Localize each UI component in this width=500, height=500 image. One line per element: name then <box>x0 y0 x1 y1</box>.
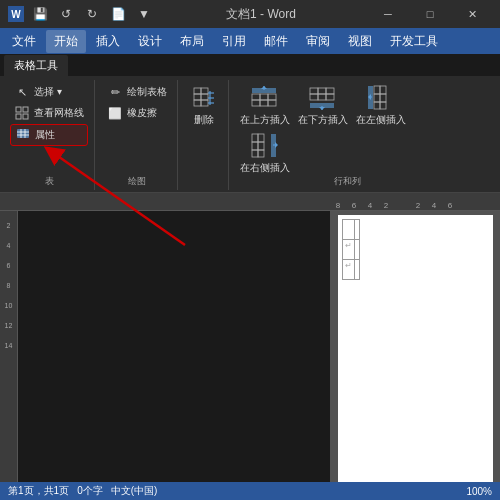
insert-above-button[interactable]: 在上方插入 <box>237 82 293 128</box>
document-panel: ↵ ↵ 视频提供了功能强大的方法帮助您证明您的观点。当您单击联机视频时，可以在想… <box>330 211 500 500</box>
ruler-mark-6: 6 <box>346 201 362 210</box>
draw-commands-col: ✏ 绘制表格 ⬜ 橡皮擦 <box>103 82 171 123</box>
select-button[interactable]: ↖ 选择 ▾ <box>10 82 88 102</box>
svg-rect-9 <box>194 88 201 94</box>
svg-rect-29 <box>318 88 326 94</box>
ruler-mark-4: 4 <box>362 201 378 210</box>
svg-rect-2 <box>16 114 21 119</box>
word-app-icon: W <box>8 6 24 22</box>
insert-right-icon <box>251 132 279 160</box>
view-gridlines-button[interactable]: 查看网格线 <box>10 103 88 123</box>
insert-above-label: 在上方插入 <box>240 114 290 126</box>
left-panel: 2 4 6 8 10 12 14 <box>0 211 330 500</box>
quick-access-icon: 📄 <box>108 4 128 24</box>
save-button[interactable]: 💾 <box>30 4 50 24</box>
menu-design[interactable]: 设计 <box>130 30 170 53</box>
maximize-button[interactable]: □ <box>410 0 450 28</box>
svg-rect-12 <box>201 94 208 100</box>
delete-icon <box>190 84 218 112</box>
insert-right-label: 在右侧插入 <box>240 162 290 174</box>
ruler-mark-4r: 4 <box>426 201 442 210</box>
menu-review[interactable]: 审阅 <box>298 30 338 53</box>
properties-label: 属性 <box>35 128 55 142</box>
insert-below-button[interactable]: 在下方插入 <box>295 82 351 128</box>
menu-developer[interactable]: 开发工具 <box>382 30 446 53</box>
ribbon: 表格工具 ↖ 选择 ▾ <box>0 54 500 193</box>
delete-button[interactable]: 删除 <box>186 82 222 128</box>
menu-insert[interactable]: 插入 <box>88 30 128 53</box>
menu-mail[interactable]: 邮件 <box>256 30 296 53</box>
table-cell-r3c2 <box>354 260 359 280</box>
svg-rect-50 <box>252 150 258 157</box>
customize-qat-button[interactable]: ▼ <box>134 4 154 24</box>
window-controls: ─ □ ✕ <box>368 0 492 28</box>
svg-rect-20 <box>260 94 268 100</box>
insert-left-button[interactable]: 在左侧插入 <box>353 82 409 128</box>
svg-rect-28 <box>310 88 318 94</box>
tab-table-tools[interactable]: 表格工具 <box>4 55 68 76</box>
svg-rect-46 <box>252 134 258 142</box>
insert-above-icon <box>251 84 279 112</box>
redo-button[interactable]: ↻ <box>82 4 102 24</box>
menu-reference[interactable]: 引用 <box>214 30 254 53</box>
menu-layout[interactable]: 布局 <box>172 30 212 53</box>
insert-left-label: 在左侧插入 <box>356 114 406 126</box>
table-cell-r2c1: ↵ <box>342 240 354 260</box>
table-row: ↵ <box>342 240 359 260</box>
menu-view[interactable]: 视图 <box>340 30 380 53</box>
group-rowcol-name: 行和列 <box>231 175 463 188</box>
ribbon-group-delete: 删除 <box>180 80 229 190</box>
document-table: ↵ ↵ <box>342 219 360 280</box>
eraser-button[interactable]: ⬜ 橡皮擦 <box>103 103 171 123</box>
svg-rect-13 <box>194 100 201 106</box>
svg-rect-32 <box>318 94 326 100</box>
properties-button[interactable]: 属性 <box>10 124 88 146</box>
svg-rect-4 <box>17 129 29 138</box>
side-mark-8: 8 <box>7 275 11 295</box>
status-right: 100% <box>466 486 492 497</box>
title-bar-left: W 💾 ↺ ↻ 📄 ▼ <box>8 4 154 24</box>
svg-rect-30 <box>326 88 334 94</box>
properties-icon <box>15 127 31 143</box>
svg-rect-22 <box>252 100 260 106</box>
svg-marker-54 <box>275 142 278 148</box>
menu-bar: 文件 开始 插入 设计 布局 引用 邮件 审阅 视图 开发工具 <box>0 28 500 54</box>
ruler-mark-2: 2 <box>378 201 394 210</box>
select-label: 选择 ▾ <box>34 85 62 99</box>
eraser-icon: ⬜ <box>107 105 123 121</box>
svg-rect-39 <box>374 94 380 102</box>
svg-rect-21 <box>268 94 276 100</box>
title-bar: W 💾 ↺ ↻ 📄 ▼ 文档1 - Word ─ □ ✕ <box>0 0 500 28</box>
group-table-items: ↖ 选择 ▾ 查看网格线 <box>10 82 88 188</box>
close-button[interactable]: ✕ <box>452 0 492 28</box>
ribbon-group-rowcol: 在上方插入 <box>231 80 463 190</box>
table-cell-r1c1 <box>342 220 354 240</box>
undo-button[interactable]: ↺ <box>56 4 76 24</box>
group-table-name: 表 <box>4 175 94 188</box>
word-count: 0个字 <box>77 484 103 498</box>
draw-table-button[interactable]: ✏ 绘制表格 <box>103 82 171 102</box>
svg-rect-47 <box>258 134 264 142</box>
svg-rect-51 <box>258 150 264 157</box>
svg-rect-40 <box>380 94 386 102</box>
vertical-ruler: 2 4 6 8 10 12 14 <box>0 211 18 500</box>
page-info: 第1页，共1页 <box>8 484 69 498</box>
menu-file[interactable]: 文件 <box>4 30 44 53</box>
svg-rect-37 <box>374 86 380 94</box>
svg-rect-11 <box>194 94 201 100</box>
insert-commands: 在上方插入 <box>237 82 457 176</box>
ribbon-tabs: 表格工具 <box>0 54 500 76</box>
draw-table-icon: ✏ <box>107 84 123 100</box>
minimize-button[interactable]: ─ <box>368 0 408 28</box>
side-mark-4: 4 <box>7 235 11 255</box>
side-mark-6: 6 <box>7 255 11 275</box>
grid-icon <box>14 105 30 121</box>
svg-marker-36 <box>319 107 325 110</box>
menu-start[interactable]: 开始 <box>46 30 86 53</box>
side-mark-12: 12 <box>5 315 13 335</box>
insert-right-button[interactable]: 在右侧插入 <box>237 130 293 176</box>
side-mark-14: 14 <box>5 335 13 355</box>
svg-rect-24 <box>268 100 276 106</box>
svg-rect-23 <box>260 100 268 106</box>
group-draw-name: 绘图 <box>97 175 177 188</box>
